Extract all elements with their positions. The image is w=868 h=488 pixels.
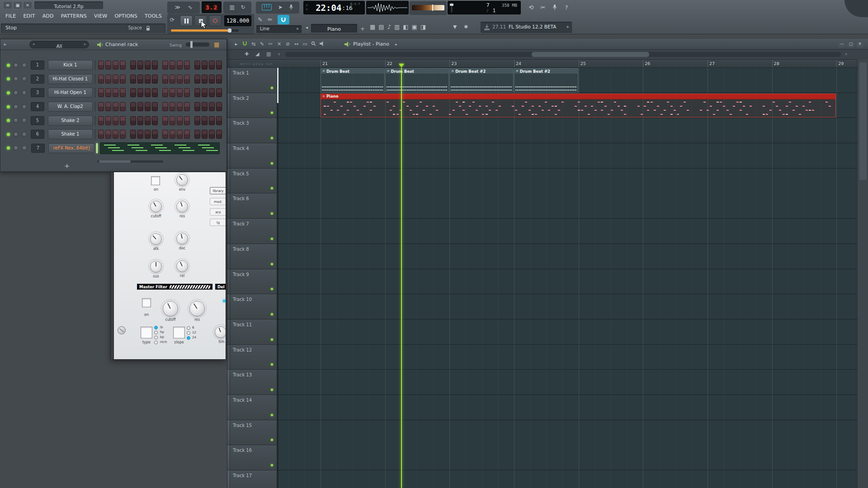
filter-on-checkbox[interactable] (142, 298, 151, 307)
app-menu-button[interactable]: ≡ (4, 2, 12, 9)
menu-item-add[interactable]: ADD (39, 12, 57, 20)
snap-magnet-button[interactable] (278, 15, 289, 24)
step-cell[interactable] (145, 130, 151, 139)
wait-input-icon[interactable]: ↻ (241, 5, 245, 10)
step-cell[interactable] (145, 75, 151, 84)
swing-thumb[interactable] (190, 41, 193, 48)
pattern-mode-icon[interactable]: ≫ (175, 5, 180, 10)
delay-on-led[interactable] (223, 300, 226, 302)
step-cell[interactable] (145, 88, 151, 97)
step-cell[interactable] (170, 61, 175, 70)
maximize-button[interactable]: ▢ (847, 41, 854, 47)
step-cell[interactable] (130, 116, 136, 125)
scroll-right-icon[interactable]: › (845, 51, 847, 57)
step-cell[interactable] (120, 130, 126, 139)
step-cell[interactable] (216, 116, 222, 125)
right-scrollbar-thumb[interactable] (859, 62, 867, 180)
step-cell[interactable] (184, 116, 190, 125)
channel-pan-knob[interactable] (14, 118, 19, 123)
pattern-length-icon[interactable]: ▥ (266, 51, 271, 57)
step-cell[interactable] (177, 88, 183, 97)
preview-speaker-icon[interactable] (318, 41, 326, 47)
step-cell[interactable] (130, 88, 136, 97)
env-cutoff-knob[interactable] (150, 201, 162, 212)
title-menu-arrow-icon[interactable]: ▸ (392, 42, 401, 47)
ruler-bar-numbers[interactable]: 212223242526272829 (277, 60, 857, 67)
graph-editor-icon[interactable]: ▦ (214, 41, 219, 48)
step-cell[interactable] (105, 130, 111, 139)
horizontal-scrollbar[interactable] (285, 52, 841, 57)
env-sustain-knob[interactable] (150, 261, 162, 272)
channel-button[interactable]: Kick 1 (48, 60, 93, 70)
track-header[interactable]: Track 6 (227, 193, 277, 219)
step-cell[interactable] (105, 102, 111, 111)
channel-pan-knob[interactable] (14, 104, 19, 109)
step-cell[interactable] (105, 116, 111, 125)
step-cell[interactable] (209, 116, 215, 125)
step-cell[interactable] (98, 75, 104, 84)
track-led[interactable] (271, 112, 273, 114)
track-led[interactable] (271, 263, 273, 265)
step-cell[interactable] (194, 102, 200, 111)
playlist-vscroll-track[interactable] (277, 68, 278, 488)
channel-enable-led[interactable] (7, 64, 10, 67)
step-cell[interactable] (177, 102, 183, 111)
slope-radio-24[interactable] (187, 336, 190, 340)
swing-slider[interactable] (186, 42, 209, 47)
env-res-knob[interactable] (176, 201, 188, 212)
step-cell[interactable] (137, 116, 143, 125)
playlist-vscroll-thumb[interactable] (277, 68, 278, 103)
step-cell[interactable] (170, 102, 175, 111)
typing-keyboard-icon[interactable] (262, 4, 272, 10)
midi-cursor-icon[interactable]: ➤ (278, 5, 283, 10)
track-led[interactable] (271, 288, 273, 290)
rack-scrollbar-thumb[interactable] (99, 160, 131, 163)
step-cell[interactable] (216, 61, 222, 70)
move-tool-icon[interactable]: ✚ (245, 51, 249, 57)
minimize-button[interactable]: — (838, 41, 845, 47)
plugin-tab-mod[interactable]: mod. (210, 198, 226, 205)
track-header[interactable]: Track 12 (227, 345, 277, 370)
track-header[interactable]: Track 5 (227, 169, 277, 194)
track-header[interactable]: Track 16 (227, 445, 277, 470)
channel-filter-select[interactable]: ◂ All ▸ (29, 41, 89, 48)
track-header[interactable]: Track 11 (227, 319, 277, 345)
filter-res-knob[interactable] (189, 301, 205, 316)
draw-tool-icon[interactable]: ✎ (258, 16, 263, 23)
track-header[interactable]: Track 13 (227, 370, 277, 395)
step-cell[interactable] (209, 88, 215, 97)
step-cell[interactable] (170, 88, 175, 97)
env-decay-knob[interactable] (176, 233, 188, 244)
step-cell[interactable] (162, 75, 168, 84)
track-led[interactable] (271, 414, 273, 416)
track-led[interactable] (271, 389, 273, 391)
step-cell[interactable] (202, 116, 208, 125)
browser-view-button[interactable]: ◧ (403, 23, 408, 30)
step-cell[interactable] (152, 75, 158, 84)
channel-pan-knob[interactable] (14, 76, 19, 81)
step-cell[interactable] (152, 102, 158, 111)
playlist-view-button[interactable]: ▦ (370, 23, 375, 30)
step-cell[interactable] (202, 61, 208, 70)
step-cell[interactable] (216, 88, 222, 97)
step-cell[interactable] (202, 130, 208, 139)
step-cell[interactable] (177, 75, 183, 84)
metronome-icon[interactable]: ▥ (230, 5, 235, 10)
channel-button[interactable]: reFX Nex..64bit] (48, 143, 94, 153)
step-cell[interactable] (162, 116, 168, 125)
wand-icon[interactable]: ✱ (464, 24, 468, 30)
mixer-view-button[interactable]: ▥ (394, 23, 400, 30)
undo-history-button[interactable]: ⟲ (526, 2, 536, 12)
step-cell[interactable] (98, 88, 104, 97)
delay-time-knob[interactable] (215, 326, 226, 338)
step-cell[interactable] (202, 88, 208, 97)
channel-pan-knob[interactable] (14, 132, 19, 137)
master-volume-slider[interactable] (412, 5, 444, 10)
step-cell[interactable] (98, 61, 104, 70)
channel-volume-knob[interactable] (22, 76, 27, 81)
step-cell[interactable] (170, 130, 175, 139)
oscilloscope[interactable] (366, 1, 409, 14)
step-cell[interactable] (216, 75, 222, 84)
pattern-add-button[interactable]: + (359, 24, 366, 33)
step-cell[interactable] (162, 88, 168, 97)
